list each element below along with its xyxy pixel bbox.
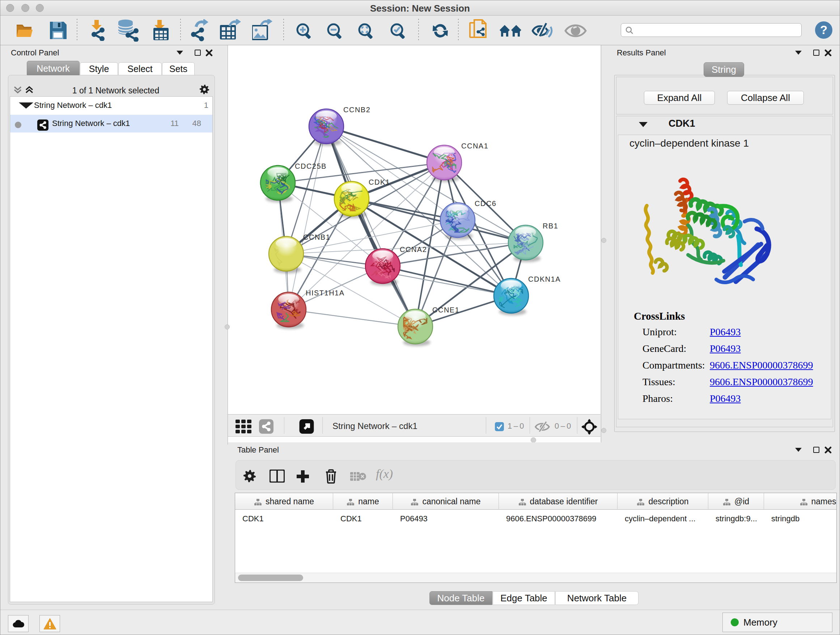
svg-text:CCNB1: CCNB1 bbox=[303, 233, 330, 241]
svg-text:CCNB2: CCNB2 bbox=[343, 106, 370, 114]
svg-text:CCNE1: CCNE1 bbox=[432, 306, 459, 314]
svg-text:?: ? bbox=[820, 23, 827, 36]
svg-text:CCNA2: CCNA2 bbox=[400, 245, 427, 253]
svg-text:CDK1: CDK1 bbox=[369, 178, 390, 186]
svg-text:HIST1H1A: HIST1H1A bbox=[306, 289, 345, 297]
svg-text:CDC6: CDC6 bbox=[475, 200, 496, 207]
svg-text:CDKN1A: CDKN1A bbox=[528, 275, 561, 283]
svg-text:CCNA1: CCNA1 bbox=[461, 142, 488, 150]
svg-text:RB1: RB1 bbox=[543, 222, 558, 230]
svg-text:CDC25B: CDC25B bbox=[295, 162, 327, 170]
